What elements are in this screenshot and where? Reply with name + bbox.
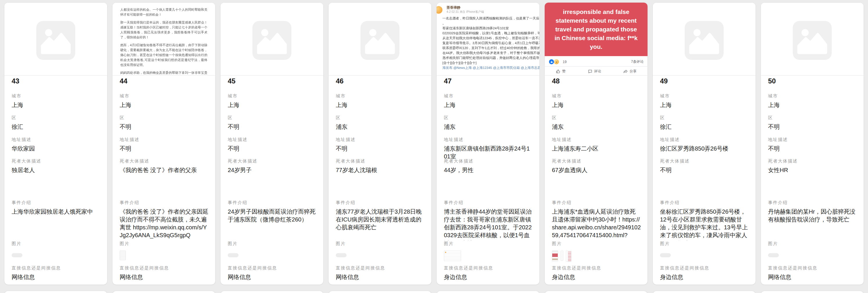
field-value: 上海 bbox=[768, 101, 857, 109]
image-thumbnail[interactable] bbox=[228, 253, 239, 257]
card-number: 48 bbox=[552, 77, 560, 85]
field-value: 上海 bbox=[11, 101, 100, 109]
field-direct: 直接信息还是间接信息 身边信息 bbox=[444, 265, 533, 281]
image-placeholder-icon bbox=[361, 21, 399, 60]
field-direct: 直接信息还是间接信息 网络信息 bbox=[336, 265, 425, 281]
record-card[interactable]: 46 城市 上海 区 浦东 地址描述 不明 死者大体描述 77岁老人沈瑞根 事件… bbox=[328, 2, 432, 285]
image-thumbnail[interactable] bbox=[566, 251, 571, 262]
field-label: 地址描述 bbox=[444, 137, 533, 142]
image-thumbnails bbox=[552, 251, 641, 262]
record-card[interactable]: 50 城市 上海 区 不明 地址描述 不明 死者大体描述 女性HR 事件介绍 丹… bbox=[761, 2, 864, 285]
field-district: 区 不明 bbox=[228, 115, 317, 131]
image-thumbnail[interactable] bbox=[336, 253, 347, 257]
card-number: 47 bbox=[444, 77, 452, 85]
weibo-avatar bbox=[437, 6, 442, 14]
field-victim: 死者大体描述 女性HR bbox=[768, 158, 857, 174]
field-label: 地址描述 bbox=[228, 137, 317, 142]
article-screenshot: 人都没有这样的机会。一个病人需要几十个人的同时帮助和关怀才有可能获得一丝的机会！… bbox=[113, 3, 215, 76]
field-label: 死者大体描述 bbox=[768, 158, 857, 164]
comments-count[interactable]: 7条评论 bbox=[631, 59, 644, 64]
record-card[interactable]: 茶香禅静 4-2 02:31 来自 iPhone客户端 一名志愿者，昨日我投入路… bbox=[436, 2, 540, 285]
field-value: 独居老人 bbox=[11, 166, 100, 174]
field-value: 身边信息 bbox=[660, 273, 749, 281]
field-images: 图片 bbox=[120, 241, 209, 262]
field-value: 上海 bbox=[444, 101, 533, 109]
image-placeholder-icon bbox=[685, 21, 724, 60]
card-preview[interactable] bbox=[329, 3, 431, 76]
next-row-card-stub[interactable] bbox=[4, 291, 107, 293]
field-label: 区 bbox=[336, 115, 425, 120]
next-row-card-stub[interactable] bbox=[545, 291, 648, 293]
field-images: 图片 bbox=[228, 241, 317, 262]
card-preview[interactable]: irresponsible and false statements about… bbox=[545, 3, 648, 76]
image-thumbnail[interactable] bbox=[552, 251, 558, 262]
image-thumbnail[interactable] bbox=[444, 251, 461, 261]
card-preview[interactable] bbox=[220, 3, 323, 76]
field-value: 67岁血透病人 bbox=[552, 166, 641, 174]
field-value: 丹纳赫集团的某Hr，因心脏猝死没有核酸报告耽误治疗，导致死亡 bbox=[768, 208, 857, 224]
field-label: 城市 bbox=[336, 93, 425, 98]
field-value: 网络信息 bbox=[228, 273, 317, 281]
field-value: 上海浦东*血透病人延误治疗致死且遗体滞留家中约30小时！https://shar… bbox=[552, 208, 641, 239]
field-value: 浦东 bbox=[552, 123, 641, 131]
next-row-card-stub[interactable] bbox=[220, 291, 323, 293]
field-value: 上海浦东寿二小区 bbox=[552, 145, 641, 153]
field-district: 区 浦东 bbox=[552, 115, 641, 131]
field-label: 地址描述 bbox=[768, 137, 857, 142]
record-card[interactable]: 49 城市 上海 区 徐汇 地址描述 徐汇区罗秀路850弄26号楼 死者大体描述… bbox=[652, 2, 756, 285]
field-address: 地址描述 不明 bbox=[336, 137, 425, 153]
next-row-card-stub[interactable] bbox=[112, 291, 216, 293]
next-row bbox=[0, 285, 868, 293]
field-value: 网络信息 bbox=[120, 273, 209, 281]
field-label: 图片 bbox=[768, 241, 857, 246]
field-value: 不明 bbox=[228, 123, 317, 131]
field-label: 直接信息还是间接信息 bbox=[336, 265, 425, 271]
field-victim: 死者大体描述 24岁男子 bbox=[228, 158, 317, 174]
image-thumbnails bbox=[768, 251, 857, 262]
field-event: 事件介绍 上海华欣家园独居老人饿死家中 bbox=[11, 200, 100, 216]
image-thumbnail[interactable] bbox=[768, 253, 779, 257]
card-preview[interactable] bbox=[761, 3, 864, 76]
next-row-card-stub[interactable] bbox=[652, 291, 756, 293]
record-card[interactable]: 45 城市 上海 区 不明 地址描述 不明 死者大体描述 24岁男子 事件介绍 … bbox=[220, 2, 323, 285]
field-label: 直接信息还是间接信息 bbox=[120, 265, 209, 271]
record-card[interactable]: 43 城市 上海 区 徐汇 地址描述 华欣家园 死者大体描述 独居老人 事件介绍… bbox=[4, 2, 107, 285]
field-label: 地址描述 bbox=[336, 137, 425, 142]
field-label: 城市 bbox=[11, 93, 100, 98]
field-direct: 直接信息还是间接信息 网络信息 bbox=[120, 265, 209, 281]
reaction-count[interactable]: 19 bbox=[563, 60, 566, 64]
image-thumbnail[interactable] bbox=[11, 253, 22, 257]
next-row-card-stub[interactable] bbox=[328, 291, 432, 293]
next-row-card-stub[interactable] bbox=[761, 291, 864, 293]
facebook-image-text: irresponsible and false statements about… bbox=[553, 7, 640, 51]
image-thumbnail[interactable] bbox=[561, 251, 563, 261]
card-preview[interactable]: 人都没有这样的机会。一个病人需要几十个人的同时帮助和关怀才有可能获得一丝的机会！… bbox=[113, 3, 215, 76]
facebook-action-bar: 赞 评论 分享 bbox=[545, 66, 648, 74]
field-label: 区 bbox=[768, 115, 857, 120]
comment-button[interactable]: 评论 bbox=[588, 69, 601, 74]
record-card[interactable]: 人都没有这样的机会。一个病人需要几十个人的同时帮助和关怀才有可能获得一丝的机会！… bbox=[112, 2, 216, 285]
facebook-reactions: 19 7条评论 bbox=[545, 56, 648, 66]
facebook-post-screenshot: irresponsible and false statements about… bbox=[545, 3, 648, 74]
card-preview[interactable] bbox=[653, 3, 755, 76]
field-label: 城市 bbox=[120, 93, 209, 98]
like-button[interactable]: 赞 bbox=[556, 69, 566, 74]
card-preview[interactable]: 茶香禅静 4-2 02:31 来自 iPhone客户端 一名志愿者，昨日我投入路… bbox=[437, 3, 539, 76]
field-label: 城市 bbox=[228, 93, 317, 98]
field-event: 事件介绍 浦东77岁老人沈瑞根于3月28日晚在ICU病房因长期未肾透析造成的心肌… bbox=[336, 200, 425, 231]
field-value: 上海 bbox=[228, 101, 317, 109]
share-button[interactable]: 分享 bbox=[623, 69, 637, 74]
card-preview[interactable] bbox=[4, 3, 107, 76]
image-thumbnails bbox=[444, 251, 533, 262]
field-label: 图片 bbox=[120, 241, 209, 246]
image-thumbnail[interactable] bbox=[120, 251, 126, 260]
record-card[interactable]: irresponsible and false statements about… bbox=[545, 2, 648, 285]
field-value: 不明 bbox=[768, 123, 857, 131]
weibo-meta: 4-2 02:31 来自 iPhone客户端 bbox=[446, 10, 535, 14]
next-row-card-stub[interactable] bbox=[436, 291, 540, 293]
field-images: 图片 bbox=[552, 241, 641, 262]
image-placeholder-icon bbox=[36, 21, 75, 60]
field-label: 图片 bbox=[228, 241, 317, 246]
image-thumbnail[interactable] bbox=[660, 253, 671, 257]
field-label: 图片 bbox=[444, 241, 533, 246]
